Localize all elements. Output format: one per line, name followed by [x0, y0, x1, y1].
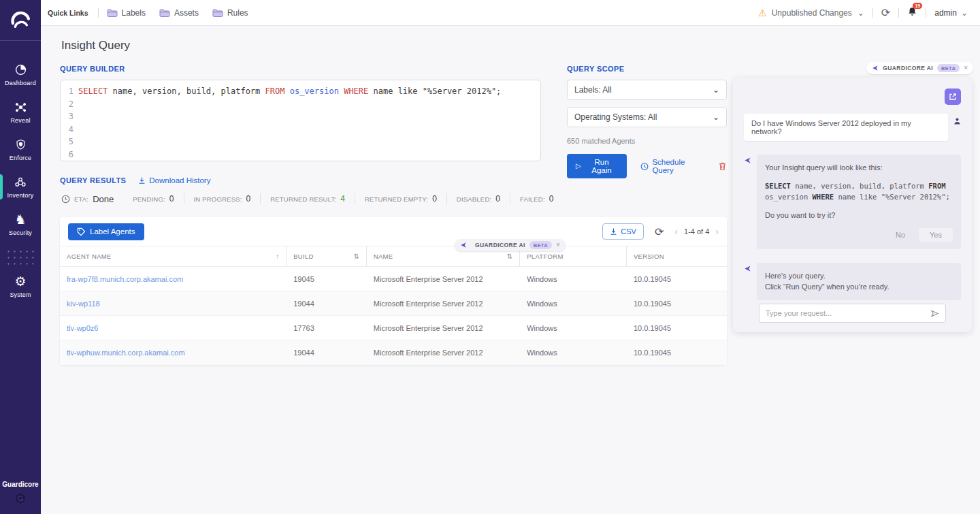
- user-menu-button[interactable]: admin: [934, 8, 957, 18]
- no-button[interactable]: No: [890, 228, 911, 242]
- sidebar-item-enforce[interactable]: Enforce: [0, 131, 41, 168]
- delete-query-icon[interactable]: [718, 161, 727, 172]
- sort-ascending-icon[interactable]: ↑: [276, 253, 279, 260]
- run-again-label: Run Again: [585, 158, 619, 174]
- version-cell: 10.0.19045: [627, 300, 727, 308]
- refresh-table-icon[interactable]: ⟳: [655, 225, 664, 238]
- table-row: fra-wp7f8.munich.corp.akamai.com 19045 M…: [60, 267, 727, 291]
- table-row: tlv-wphuw.munich.corp.akamai.com 19044 M…: [60, 340, 727, 365]
- csv-export-button[interactable]: CSV: [602, 223, 644, 240]
- yes-button[interactable]: Yes: [919, 228, 953, 242]
- knight-icon: ♞: [14, 213, 26, 227]
- refresh-icon[interactable]: ⟳: [881, 6, 890, 19]
- column-header-agent-name[interactable]: AGENT NAME ↑: [60, 246, 287, 266]
- schedule-query-link[interactable]: Schedule Query: [640, 158, 704, 174]
- sidebar-item-inventory[interactable]: Inventory: [0, 168, 41, 206]
- schedule-query-label: Schedule Query: [652, 158, 704, 174]
- editor-line: 2: [61, 98, 540, 111]
- stat-value: 0: [549, 194, 554, 204]
- agent-name-link[interactable]: tlv-wphuw.munich.corp.akamai.com: [60, 349, 287, 357]
- label-agents-button[interactable]: Label Agents: [68, 223, 144, 240]
- chevron-down-icon[interactable]: ⌄: [858, 9, 864, 17]
- ai-request-input[interactable]: [766, 309, 930, 317]
- topbar-divider: [898, 7, 899, 18]
- guardicore-ai-panel-badge: GUARDICORE AI BETA ×: [866, 62, 973, 74]
- next-page-icon[interactable]: ›: [715, 227, 719, 236]
- version-cell: 10.0.19045: [627, 324, 727, 332]
- ai-message-question: Do you want to try it?: [765, 210, 953, 221]
- table-header: AGENT NAME ↑ BUILD ⇅ NAME ⇅ PLATFORM VER…: [60, 246, 727, 267]
- labels-filter-value: Labels: All: [574, 85, 612, 95]
- close-icon[interactable]: ×: [556, 242, 560, 248]
- download-icon: [610, 227, 617, 236]
- stat-in-progress: IN PROGRESS: 0: [184, 193, 261, 204]
- topbar-link-labels[interactable]: Labels: [107, 8, 146, 18]
- sidebar-item-label: Reveal: [10, 117, 30, 124]
- guardicore-ai-icon: [744, 157, 751, 164]
- beta-badge: BETA: [529, 241, 552, 249]
- platform-cell: Windows: [520, 300, 627, 308]
- column-header-build[interactable]: BUILD ⇅: [287, 246, 367, 266]
- sidebar-item-reveal[interactable]: Reveal: [0, 93, 41, 131]
- guardicore-logo-icon: [14, 492, 27, 504]
- table-row: tlv-wp0z6 17763 Microsoft Enterprise Ser…: [60, 316, 727, 340]
- warning-icon: ⚠: [758, 7, 767, 18]
- stat-value: 4: [340, 194, 345, 204]
- version-cell: 10.0.19045: [627, 349, 727, 357]
- name-cell: Microsoft Enterprise Server 2012: [367, 275, 520, 283]
- cluster-icon: [14, 176, 27, 189]
- topbar-link-assets[interactable]: Assets: [159, 8, 199, 18]
- stat-failed: FAILED: 0: [510, 193, 563, 204]
- download-history-link[interactable]: Download History: [138, 176, 210, 184]
- download-icon: [138, 176, 146, 184]
- column-header-version[interactable]: VERSION: [627, 246, 727, 266]
- notifications-bell-button[interactable]: 19: [907, 6, 917, 20]
- topbar-divider: [98, 7, 99, 18]
- sort-icon[interactable]: ⇅: [507, 253, 512, 260]
- ai-message-line2: Click “Run Query” when you’re ready.: [765, 281, 953, 293]
- previous-page-icon[interactable]: ‹: [674, 227, 678, 236]
- guardicore-ai-icon: [744, 265, 751, 272]
- build-cell: 19045: [287, 275, 367, 283]
- sql-editor[interactable]: 1 SELECT name, version, build, platform …: [60, 80, 541, 161]
- name-cell: Microsoft Enterprise Server 2012: [367, 324, 520, 332]
- editor-line: 1 SELECT name, version, build, platform …: [61, 85, 540, 98]
- table-row: kiv-wp118 19044 Microsoft Enterprise Ser…: [60, 291, 727, 316]
- labels-filter-dropdown[interactable]: Labels: All ⌄: [567, 80, 727, 100]
- query-results-heading: QUERY RESULTS: [60, 176, 126, 184]
- guardicore-brand-label: Guardicore: [0, 481, 41, 488]
- sidebar-item-dashboard[interactable]: Dashboard: [0, 56, 41, 93]
- table-toolbar: Label Agents GUARDICORE AI BETA × CSV: [60, 217, 727, 246]
- editor-line: 6: [61, 148, 540, 161]
- query-scope-heading: QUERY SCOPE: [567, 65, 727, 73]
- label-agents-label: Label Agents: [90, 227, 135, 236]
- line-number: 4: [61, 123, 78, 136]
- agent-name-link[interactable]: fra-wp7f8.munich.corp.akamai.com: [60, 275, 287, 283]
- send-icon[interactable]: [930, 309, 939, 318]
- quick-links-button[interactable]: Quick Links: [46, 9, 90, 17]
- os-filter-dropdown[interactable]: Operating Systems: All ⌄: [567, 107, 727, 127]
- main-content: Insight Query QUERY BUILDER 1 SELECT nam…: [41, 26, 980, 514]
- agent-name-link[interactable]: kiv-wp118: [60, 300, 287, 308]
- gear-icon: ⚙: [14, 275, 26, 289]
- topbar-link-rules[interactable]: Rules: [212, 8, 248, 18]
- unpublished-changes-button[interactable]: Unpublished Changes: [772, 8, 852, 18]
- query-scope-section: QUERY SCOPE Labels: All ⌄ Operating Syst…: [567, 65, 727, 178]
- chevron-down-icon[interactable]: ⌄: [961, 9, 968, 17]
- sidebar-item-label: Inventory: [7, 192, 34, 199]
- sidebar: Dashboard Reveal Enforce: [0, 0, 41, 514]
- download-history-label: Download History: [149, 176, 210, 184]
- agent-name-link[interactable]: tlv-wp0z6: [60, 324, 287, 332]
- run-again-button[interactable]: ▷ Run Again: [567, 154, 627, 178]
- topbar-right: ⚠ Unpublished Changes ⌄ ⟳ 19 admin ⌄: [758, 6, 968, 20]
- clock-icon: [640, 162, 649, 171]
- sort-icon[interactable]: ⇅: [353, 253, 359, 260]
- akamai-logo[interactable]: [0, 0, 41, 41]
- stat-disabled: DISABLED: 0: [446, 193, 510, 204]
- user-avatar-icon: [953, 117, 961, 125]
- close-icon[interactable]: ×: [964, 65, 968, 71]
- sidebar-item-system[interactable]: ⚙ System: [0, 268, 41, 305]
- expand-panel-button[interactable]: [945, 89, 961, 105]
- sidebar-item-security[interactable]: ♞ Security: [0, 206, 41, 243]
- app-root: Dashboard Reveal Enforce: [0, 0, 980, 514]
